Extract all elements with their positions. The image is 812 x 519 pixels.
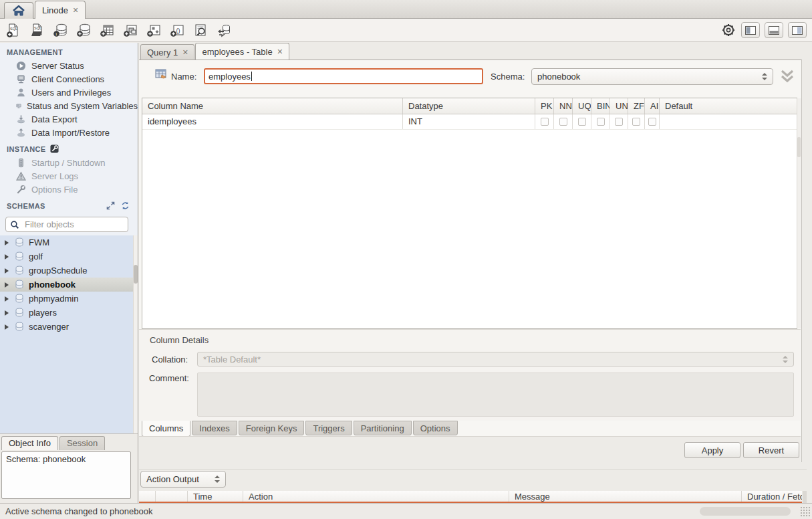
- un-checkbox[interactable]: [615, 118, 623, 126]
- schema-dropdown[interactable]: phonebook: [531, 68, 773, 85]
- close-icon[interactable]: ×: [73, 5, 78, 15]
- col-header-zf[interactable]: ZF: [628, 98, 645, 114]
- toggle-left-panel-icon: [745, 26, 756, 35]
- sidebar-item-users-privileges[interactable]: Users and Privileges: [0, 86, 138, 99]
- tab-triggers[interactable]: Triggers: [305, 421, 352, 435]
- expander-icon[interactable]: [5, 240, 9, 245]
- collapse-header-button[interactable]: [778, 67, 797, 86]
- output-col-time[interactable]: Time: [188, 491, 243, 502]
- schema-item-FWM[interactable]: FWM: [0, 235, 138, 249]
- output-col-index[interactable]: [156, 491, 188, 502]
- create-schema-button[interactable]: [76, 22, 92, 38]
- tab-columns[interactable]: Columns: [142, 421, 190, 437]
- cell-datatype[interactable]: INT: [403, 114, 535, 129]
- cell-column-name[interactable]: idemployees: [142, 114, 403, 129]
- database-icon: [15, 280, 24, 290]
- create-routine-button[interactable]: [146, 22, 162, 38]
- home-tab[interactable]: [4, 2, 33, 19]
- table-name-input[interactable]: employees: [204, 68, 483, 84]
- tab-employees-table[interactable]: employees - Table ×: [195, 43, 289, 60]
- horizontal-scrollbar-thumb[interactable]: [700, 507, 791, 516]
- expander-icon[interactable]: [5, 310, 9, 316]
- sidebar-item-options-file[interactable]: Options File: [0, 183, 138, 196]
- schema-item-golf[interactable]: golf: [0, 249, 138, 264]
- database-info-button[interactable]: i: [52, 22, 68, 38]
- tab-partitioning[interactable]: Partitioning: [354, 421, 412, 435]
- col-header-ai[interactable]: AI: [645, 98, 660, 114]
- expander-icon[interactable]: [5, 324, 9, 330]
- sidebar-item-data-import[interactable]: Data Import/Restore: [0, 126, 138, 139]
- comment-textarea[interactable]: [197, 373, 794, 417]
- connection-tab[interactable]: Linode ×: [35, 1, 86, 19]
- resize-grip-icon[interactable]: [800, 506, 811, 517]
- sidebar-item-server-status[interactable]: Server Status: [0, 59, 138, 72]
- tab-options[interactable]: Options: [413, 421, 458, 435]
- expand-panel-icon[interactable]: [106, 201, 115, 210]
- col-header-bin[interactable]: BIN: [591, 98, 610, 114]
- output-col-duration[interactable]: Duration / Fetch: [742, 491, 802, 502]
- output-col-action[interactable]: Action: [243, 491, 509, 502]
- sidebar-item-startup-shutdown[interactable]: Startup / Shutdown: [0, 156, 138, 169]
- table-row[interactable]: idemployees INT: [142, 114, 797, 130]
- col-header-datatype[interactable]: Datatype: [403, 98, 535, 114]
- col-header-nn[interactable]: NN: [554, 98, 573, 114]
- close-icon[interactable]: ×: [277, 47, 283, 56]
- refresh-schemas-icon[interactable]: [121, 201, 130, 210]
- toggle-right-panel-button[interactable]: [788, 22, 807, 38]
- schema-filter-box[interactable]: [5, 217, 128, 232]
- col-header-pk[interactable]: PK: [535, 98, 554, 114]
- schema-item-phpmyadmin[interactable]: phpmyadmin: [0, 292, 138, 306]
- tab-session[interactable]: Session: [59, 436, 105, 450]
- close-icon[interactable]: ×: [182, 47, 188, 57]
- administration-icon[interactable]: [720, 22, 736, 38]
- sync-database-button[interactable]: [216, 22, 232, 38]
- schema-item-players[interactable]: players: [0, 306, 138, 320]
- col-header-uq[interactable]: UQ: [573, 98, 591, 114]
- sidebar-item-server-logs[interactable]: Server Logs: [0, 169, 138, 183]
- sidebar-item-system-variables[interactable]: Status and System Variables: [0, 99, 138, 112]
- col-header-default[interactable]: Default: [660, 98, 797, 114]
- apply-button[interactable]: Apply: [684, 442, 740, 458]
- tab-foreign-keys[interactable]: Foreign Keys: [239, 421, 305, 435]
- output-scrollbar[interactable]: [803, 491, 807, 503]
- scrollbar-thumb[interactable]: [797, 137, 801, 157]
- output-selector-dropdown[interactable]: Action Output: [140, 471, 226, 488]
- sidebar-item-data-export[interactable]: Data Export: [0, 112, 138, 126]
- expander-icon[interactable]: [5, 296, 9, 302]
- create-view-button[interactable]: [122, 22, 138, 38]
- tab-object-info[interactable]: Object Info: [1, 436, 58, 450]
- schema-item-phonebook[interactable]: phonebook: [0, 278, 138, 292]
- output-col-status[interactable]: [139, 491, 156, 502]
- revert-button[interactable]: Revert: [743, 442, 799, 458]
- ai-checkbox[interactable]: [648, 118, 656, 126]
- pk-checkbox[interactable]: [541, 118, 549, 126]
- toggle-bottom-panel-button[interactable]: [765, 22, 783, 38]
- schema-item-scavenger[interactable]: scavenger: [0, 320, 138, 334]
- search-objects-button[interactable]: [192, 22, 209, 38]
- col-header-un[interactable]: UN: [610, 98, 628, 114]
- output-col-message[interactable]: Message: [509, 491, 742, 502]
- uq-checkbox[interactable]: [578, 118, 586, 126]
- create-table-button[interactable]: [99, 22, 115, 38]
- schema-tree-scrollbar[interactable]: [133, 235, 138, 433]
- sidebar-item-client-connections[interactable]: Client Connections: [0, 72, 138, 86]
- zf-checkbox[interactable]: [632, 118, 640, 126]
- col-header-column-name[interactable]: Column Name: [142, 98, 403, 114]
- schema-filter-input[interactable]: [23, 219, 124, 230]
- cell-default[interactable]: [660, 114, 797, 129]
- toggle-left-panel-button[interactable]: [741, 22, 760, 38]
- bin-checkbox[interactable]: [597, 118, 605, 126]
- expander-icon[interactable]: [5, 282, 9, 288]
- schema-item-groupSchedule[interactable]: groupSchedule: [0, 264, 138, 278]
- grid-scrollbar[interactable]: [797, 98, 801, 328]
- expander-icon[interactable]: [5, 268, 9, 274]
- expander-icon[interactable]: [5, 254, 9, 260]
- new-sql-tab-button[interactable]: SQL: [5, 22, 21, 38]
- scrollbar-thumb[interactable]: [134, 265, 138, 284]
- tab-query-1[interactable]: Query 1 ×: [140, 44, 194, 60]
- open-sql-script-button[interactable]: SQL: [29, 22, 45, 38]
- create-function-button[interactable]: (): [169, 22, 185, 38]
- tab-indexes[interactable]: Indexes: [192, 421, 237, 435]
- collation-dropdown[interactable]: *Table Default*: [197, 352, 794, 367]
- nn-checkbox[interactable]: [559, 118, 567, 126]
